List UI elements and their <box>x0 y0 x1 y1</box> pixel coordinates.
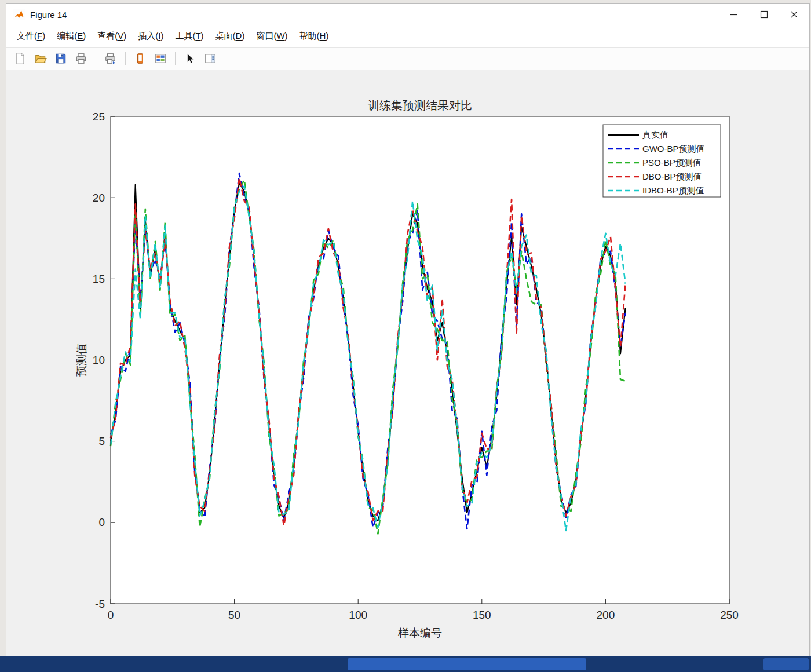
menu-item-insert[interactable]: 插入(I) <box>132 28 169 45</box>
background-taskbar <box>0 656 811 672</box>
x-tick-label: 0 <box>108 609 114 621</box>
legend-entry-dbo-bp[interactable]: DBO-BP预测值 <box>642 171 702 181</box>
open-file-icon[interactable] <box>32 50 49 67</box>
y-tick-label: 15 <box>93 273 105 285</box>
menu-item-view[interactable]: 查看(V) <box>92 28 132 45</box>
x-axis-label: 样本编号 <box>398 627 442 639</box>
side-panel-icon[interactable] <box>202 50 218 67</box>
plot-svg: 050100150200250-50510152025训练集预测结果对比样本编号… <box>6 70 809 656</box>
toolbar-separator <box>175 52 176 65</box>
y-tick-label: 20 <box>93 192 105 204</box>
y-tick-label: 25 <box>93 111 105 123</box>
y-axis-label: 预测值 <box>75 344 87 377</box>
x-tick-label: 100 <box>349 609 367 621</box>
y-tick-label: 5 <box>98 435 105 447</box>
legend-entry-gwo-bp[interactable]: GWO-BP预测值 <box>642 144 705 154</box>
window-title: Figure 14 <box>30 10 67 20</box>
menu-item-desktop[interactable]: 桌面(D) <box>210 28 251 45</box>
legend-entry-true[interactable]: 真实值 <box>642 130 668 140</box>
chart-title: 训练集预测结果对比 <box>368 99 472 112</box>
close-button[interactable] <box>779 4 809 25</box>
menu-item-window[interactable]: 窗口(W) <box>250 28 293 45</box>
print-preview-icon[interactable] <box>103 50 119 67</box>
maximize-button[interactable] <box>749 4 779 25</box>
desktop-background: Figure 14 文件(F)编辑(E)查看(V)插入(I)工具(T)桌面(D)… <box>0 0 811 672</box>
toolbar-separator <box>96 52 96 65</box>
mobile-preview-icon[interactable] <box>132 50 148 67</box>
toolbar-separator <box>125 52 126 65</box>
toolbar <box>6 48 809 70</box>
figure-window: Figure 14 文件(F)编辑(E)查看(V)插入(I)工具(T)桌面(D)… <box>6 3 810 656</box>
window-controls <box>719 4 809 25</box>
edit-plot-cursor-icon[interactable] <box>182 50 198 67</box>
y-tick-label: 0 <box>98 516 105 528</box>
menubar: 文件(F)编辑(E)查看(V)插入(I)工具(T)桌面(D)窗口(W)帮助(H) <box>6 25 809 48</box>
legend-entry-pso-bp[interactable]: PSO-BP预测值 <box>642 158 702 167</box>
menu-item-file[interactable]: 文件(F) <box>11 28 51 45</box>
titlebar[interactable]: Figure 14 <box>6 4 809 25</box>
print-figure-icon[interactable] <box>73 50 89 67</box>
save-figure-icon[interactable] <box>53 50 69 67</box>
x-tick-label: 250 <box>720 609 739 621</box>
layout-grid-icon[interactable] <box>152 50 169 67</box>
y-tick-label: 10 <box>93 354 105 366</box>
minimize-button[interactable] <box>719 4 749 25</box>
legend-entry-idbo-bp[interactable]: IDBO-BP预测值 <box>642 185 704 195</box>
x-tick-label: 200 <box>597 609 615 621</box>
matlab-figure-icon <box>13 9 25 20</box>
menu-item-tools[interactable]: 工具(T) <box>169 28 209 45</box>
x-tick-label: 150 <box>473 609 491 621</box>
new-figure-icon[interactable] <box>12 50 28 67</box>
x-tick-label: 50 <box>228 609 240 621</box>
figure-canvas: 050100150200250-50510152025训练集预测结果对比样本编号… <box>6 70 809 656</box>
background-taskbar-item-right <box>763 658 809 670</box>
y-tick-label: -5 <box>95 598 105 610</box>
menu-item-edit[interactable]: 编辑(E) <box>51 28 92 45</box>
menu-item-help[interactable]: 帮助(H) <box>294 28 335 45</box>
background-taskbar-item <box>348 658 586 670</box>
